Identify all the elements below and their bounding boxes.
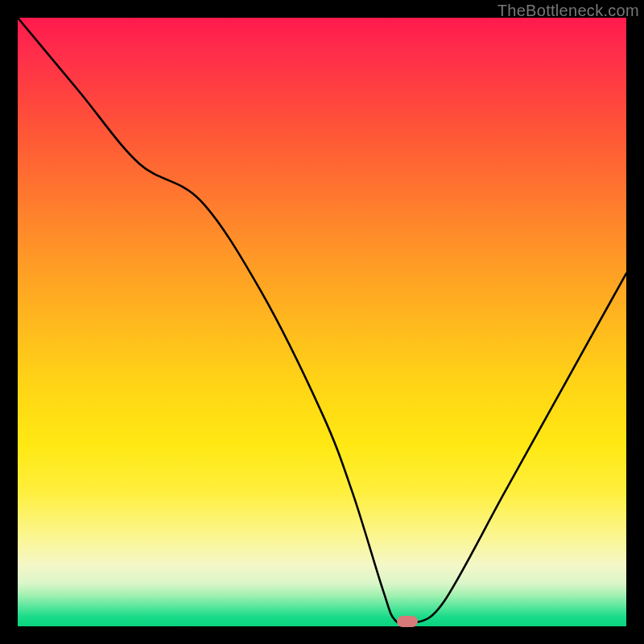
- minimum-marker: [397, 616, 418, 627]
- bottleneck-curve: [18, 18, 626, 626]
- curve-path: [18, 18, 626, 625]
- plot-area: [18, 18, 626, 626]
- chart-frame: TheBottleneck.com: [0, 0, 644, 644]
- watermark-label: TheBottleneck.com: [497, 2, 639, 20]
